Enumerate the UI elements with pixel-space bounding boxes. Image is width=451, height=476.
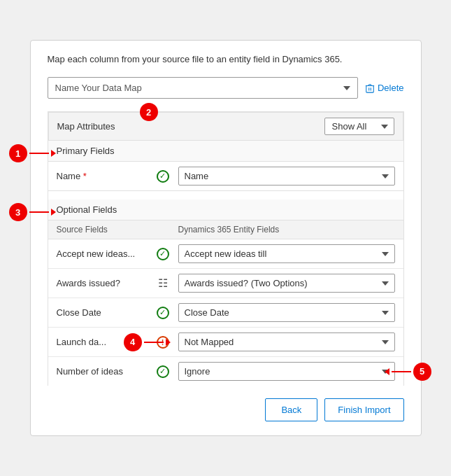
primary-field-check-icon: ✓ <box>153 170 173 183</box>
annotation-4-wrap: 4 <box>124 333 171 351</box>
optional-field-select-3[interactable]: Not Mapped <box>178 332 395 351</box>
optional-field-icon-0: ✓ <box>153 248 173 260</box>
primary-field-name: Name * <box>57 171 148 181</box>
map-attributes-label: Map Attributes <box>57 121 115 132</box>
back-button[interactable]: Back <box>265 398 317 421</box>
check-icon-0: ✓ <box>157 248 169 260</box>
column-headers-row: Source Fields Dynamics 365 Entity Fields <box>48 220 403 239</box>
col-header-dynamics: Dynamics 365 Entity Fields <box>178 225 395 234</box>
optional-field-name-2: Close Date <box>57 307 148 318</box>
optional-fields-section: 3 Optional Fields Source Fields Dynamics… <box>48 200 403 386</box>
optional-field-row-4: Number of ideas ✓ Ignore 5 <box>48 357 403 386</box>
finish-import-button[interactable]: Finish Import <box>324 398 403 421</box>
optional-field-name-4: Number of ideas <box>57 366 148 377</box>
map-attributes-header: Map Attributes 2 Show All Mapped Unmappe… <box>48 112 403 141</box>
map-attributes-container: Map Attributes 2 Show All Mapped Unmappe… <box>48 111 404 386</box>
footer-row: Back Finish Import <box>48 398 404 421</box>
primary-fields-header: 1 Primary Fields <box>48 141 403 162</box>
primary-fields-label: Primary Fields <box>57 146 115 156</box>
optional-field-icon-4: ✓ <box>153 365 173 378</box>
arrow-head-left-5 <box>385 368 389 375</box>
arrow-head-1 <box>51 150 56 157</box>
primary-field-row-name: Name * ✓ Name <box>48 162 403 190</box>
primary-fields-section: 1 Primary Fields Name * ✓ Name <box>48 141 403 191</box>
optional-field-icon-2: ✓ <box>153 307 173 319</box>
annotation-2: 2 <box>140 103 158 121</box>
checkmark-icon: ✓ <box>157 170 169 183</box>
doc-icon-1: ☷ <box>157 277 169 290</box>
annotation-3: 3 <box>9 203 27 221</box>
optional-field-name-0: Accept new ideas... <box>57 248 148 259</box>
required-star: * <box>83 171 87 181</box>
annotation-3-wrap: 3 <box>9 203 56 221</box>
arrow-line-3 <box>29 211 49 213</box>
optional-fields-header: 3 Optional Fields <box>48 200 403 220</box>
optional-field-select-0[interactable]: Accept new ideas till <box>178 244 395 263</box>
optional-field-select-4[interactable]: Ignore <box>178 362 395 381</box>
annotation-5-wrap: 5 <box>385 363 431 381</box>
data-map-row: Name Your Data Map Delete <box>48 77 404 99</box>
optional-field-row-0: Accept new ideas... ✓ Accept new ideas t… <box>48 239 403 269</box>
annotation-5: 5 <box>413 363 431 381</box>
col-header-source: Source Fields <box>57 225 148 234</box>
delete-label: Delete <box>378 83 404 93</box>
check-icon-2: ✓ <box>157 307 169 319</box>
optional-field-select-2[interactable]: Close Date <box>178 303 395 322</box>
annotation-1: 1 <box>9 144 27 162</box>
arrow-line-5 <box>392 371 411 372</box>
optional-field-row-3: Launch da... 4 ! Not Mapped <box>48 328 403 357</box>
optional-field-row-2: Close Date ✓ Close Date <box>48 298 403 328</box>
check-icon-4: ✓ <box>157 365 169 378</box>
arrow-line-4 <box>144 342 164 343</box>
show-all-select[interactable]: Show All Mapped Unmapped <box>324 118 394 135</box>
annotation-1-wrap: 1 <box>9 144 56 162</box>
select-wrap-4: Ignore 5 <box>178 362 395 381</box>
optional-fields-label: Optional Fields <box>57 204 117 215</box>
intro-text: Map each column from your source file to… <box>48 53 404 66</box>
optional-field-icon-3: 4 ! <box>153 336 173 349</box>
data-map-select[interactable]: Name Your Data Map <box>48 77 358 99</box>
trash-icon <box>365 83 375 93</box>
annotation-4: 4 <box>124 333 142 351</box>
arrow-head-4 <box>166 339 171 346</box>
optional-field-name-1: Awards issued? <box>57 278 148 288</box>
arrow-line-1 <box>29 153 49 154</box>
optional-field-row-1: Awards issued? ☷ Awards issued? (Two Opt… <box>48 269 403 298</box>
arrow-head-3 <box>51 209 56 216</box>
primary-field-select[interactable]: Name <box>178 167 395 186</box>
optional-field-select-1[interactable]: Awards issued? (Two Options) <box>178 274 395 293</box>
delete-button[interactable]: Delete <box>365 83 404 93</box>
main-card: Map each column from your source file to… <box>30 40 422 436</box>
svg-rect-0 <box>366 85 374 92</box>
optional-field-icon-1: ☷ <box>153 277 173 290</box>
